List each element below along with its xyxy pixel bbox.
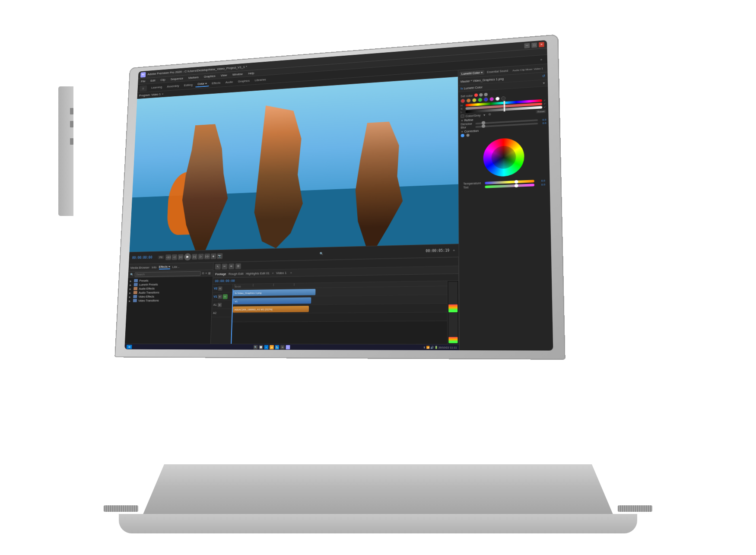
swatch-yellow[interactable] [472,98,476,102]
footage-tab-video1[interactable]: Video 1 [276,271,286,275]
menu-graphics[interactable]: Graphics [203,74,216,79]
track-a1-label: A1 [213,303,217,306]
color-grey-checkbox[interactable] [461,114,464,118]
clip-video-graphics[interactable]: fx Video_Graphics 1.png [233,289,316,296]
razor-tool[interactable]: ✂ [222,263,227,269]
source-selector-tool[interactable]: ↖ [215,263,221,269]
correction-dot-blue[interactable] [461,134,464,137]
hand-tool[interactable]: ☰ [235,263,241,269]
correction-label: Correction [464,129,479,133]
tab-audio[interactable]: Audio [223,79,235,85]
taskbar-task-view-icon[interactable]: ⬜ [259,345,263,349]
swatch-blue[interactable] [484,97,488,101]
taskbar-search-icon[interactable]: 🔍 [254,345,258,349]
lumetri-fx-dropdown[interactable]: ▼ [542,82,546,85]
menu-view[interactable]: View [219,73,228,77]
effects-tab-effects[interactable]: Effects ≡ [159,265,170,270]
minimize-button[interactable]: ─ [524,43,530,48]
menu-help[interactable]: Help [247,71,256,75]
track-v1-label: V1 [213,295,217,298]
maximize-button[interactable]: □ [531,42,537,48]
lumetri-refresh-icon[interactable]: ↺ [542,74,546,78]
tab-color[interactable]: Color ≡ [195,81,210,87]
tab-learning[interactable]: Learning [149,84,165,90]
frame-forward-button[interactable]: ▷ [198,254,203,259]
hsl-lum-thumb[interactable] [503,107,505,111]
clip-v1[interactable]: V1 [233,297,311,304]
swatch-orange[interactable] [467,98,471,103]
pen-tool[interactable]: ✒ [229,263,234,269]
effects-tab-media-browser[interactable]: Media Browser [130,266,149,270]
footage-tab-highlights[interactable]: Highlights Edit 01 [246,271,270,276]
menu-sequence[interactable]: Sequence [169,76,184,81]
reset-button[interactable]: Reset [536,110,546,114]
color-picker-red[interactable] [474,93,477,97]
tab-graphics[interactable]: Graphics [235,78,252,84]
lumetri-presets-label: Lumetri Presets [139,283,158,286]
denoise-thumb[interactable] [482,121,485,124]
add-marker-button[interactable]: ◈ [210,253,216,259]
swatch-purple[interactable] [489,97,494,101]
fit-dropdown[interactable]: Fit [158,255,164,259]
export-frame-button[interactable]: 📷 [217,253,222,259]
temperature-thumb[interactable] [515,180,518,183]
effects-tab-libr[interactable]: Libr... [172,265,180,269]
menu-markers[interactable]: Markers [187,76,200,80]
menu-window[interactable]: Window [231,72,244,76]
swatch-red[interactable] [461,99,465,103]
effects-search-input[interactable] [135,271,201,277]
tab-libraries[interactable]: Libraries [252,77,268,83]
taskbar-store-icon[interactable]: 🏪 [275,345,279,349]
color-spread-icon[interactable] [484,93,487,96]
go-to-out-button[interactable]: ▷| [192,254,197,259]
tab-assembly[interactable]: Assembly [165,83,181,89]
close-button[interactable]: ✕ [539,42,544,47]
taskbar-file-explorer-icon[interactable]: 📁 [270,345,274,349]
taskbar-mail-icon[interactable]: ✉ [280,345,285,349]
blur-thumb[interactable] [482,124,485,127]
effects-item-video-transitions[interactable]: ▶ Video Transitions [127,298,211,302]
tab-more[interactable]: » [537,57,545,63]
video-content [130,77,459,252]
level-meters [447,281,459,344]
step-forward-button[interactable]: ▷▷ [204,254,210,259]
taskbar-edge-icon[interactable]: e [264,345,268,349]
start-button[interactable]: ⊞ [127,345,132,349]
menu-edit[interactable]: Edit [149,79,157,82]
lumetri-tab-sound[interactable]: Essential Sound [485,68,510,74]
meter-bar-left [448,282,457,312]
footage-tab-rough-edit[interactable]: Rough Edit [229,272,244,276]
play-button[interactable]: ▶ [184,253,191,260]
frame-back-button[interactable]: ◁ [172,254,177,260]
tab-editing[interactable]: Editing [181,82,195,88]
track-v1-toggle[interactable]: 👁 [218,295,222,299]
lumetri-tab-color[interactable]: Lumetri Color ≡ [460,70,484,76]
menu-file[interactable]: File [140,79,147,83]
track-v1-mute[interactable]: M [222,294,228,299]
tint-track[interactable] [485,184,534,188]
lumetri-tab-mixer[interactable]: Audio Clip Mixer: Video 1 [511,66,545,73]
color-grey-settings[interactable]: ⚙ [488,113,491,116]
swatch-green[interactable] [478,98,482,102]
track-a1-toggle[interactable]: M [217,303,222,307]
home-button[interactable]: ⌂ [140,85,147,92]
taskbar-premiere-icon[interactable]: Pr [286,345,290,349]
color-grey-dropdown[interactable]: ▼ [483,113,486,116]
effects-tab-info[interactable]: Info [152,266,156,270]
clip-a1[interactable]: A00AC205_190863_A1 M1 [212%] [233,306,309,313]
swatch-white[interactable] [495,97,500,101]
video-transitions-folder-icon [133,299,137,302]
footage-tab-footage[interactable]: Footage [215,272,226,276]
color-dropper-icon[interactable] [479,93,483,97]
go-to-in-button[interactable]: |◁ [178,254,183,260]
correction-dot-lock[interactable] [466,133,470,137]
step-back-button[interactable]: ◁◁ [165,254,171,260]
track-v2-toggle[interactable]: 👁 [218,286,222,291]
meter-fill-right [448,337,457,343]
audio-transitions-label: Audio Transitions [139,291,159,294]
color-wheel[interactable] [483,137,524,177]
swatch-black[interactable] [501,96,506,101]
tint-thumb[interactable] [515,184,518,187]
menu-clip[interactable]: Clip [159,78,167,82]
tab-effects[interactable]: Effects [210,80,223,86]
